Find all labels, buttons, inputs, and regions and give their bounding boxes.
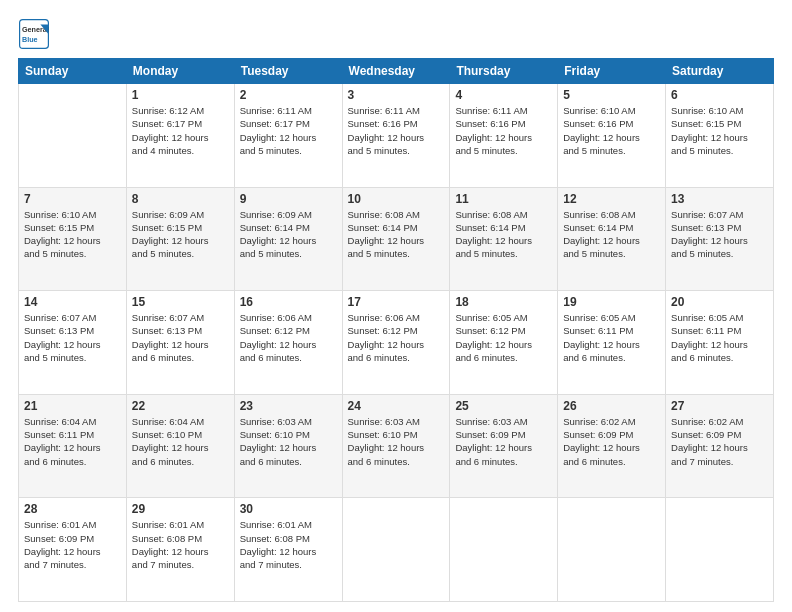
day-number: 22 [132, 399, 229, 413]
day-info: Sunrise: 6:12 AM Sunset: 6:17 PM Dayligh… [132, 104, 229, 157]
calendar-day-cell: 5Sunrise: 6:10 AM Sunset: 6:16 PM Daylig… [558, 84, 666, 188]
calendar-week-row: 14Sunrise: 6:07 AM Sunset: 6:13 PM Dayli… [19, 291, 774, 395]
day-info: Sunrise: 6:01 AM Sunset: 6:09 PM Dayligh… [24, 518, 121, 571]
day-number: 16 [240, 295, 337, 309]
day-number: 4 [455, 88, 552, 102]
calendar-week-row: 7Sunrise: 6:10 AM Sunset: 6:15 PM Daylig… [19, 187, 774, 291]
day-info: Sunrise: 6:01 AM Sunset: 6:08 PM Dayligh… [132, 518, 229, 571]
weekday-header: Friday [558, 59, 666, 84]
day-info: Sunrise: 6:11 AM Sunset: 6:17 PM Dayligh… [240, 104, 337, 157]
calendar-week-row: 1Sunrise: 6:12 AM Sunset: 6:17 PM Daylig… [19, 84, 774, 188]
day-info: Sunrise: 6:03 AM Sunset: 6:10 PM Dayligh… [240, 415, 337, 468]
calendar-day-cell: 20Sunrise: 6:05 AM Sunset: 6:11 PM Dayli… [666, 291, 774, 395]
calendar-day-cell: 17Sunrise: 6:06 AM Sunset: 6:12 PM Dayli… [342, 291, 450, 395]
day-number: 26 [563, 399, 660, 413]
day-number: 11 [455, 192, 552, 206]
day-number: 28 [24, 502, 121, 516]
calendar-day-cell: 11Sunrise: 6:08 AM Sunset: 6:14 PM Dayli… [450, 187, 558, 291]
calendar-header-row: SundayMondayTuesdayWednesdayThursdayFrid… [19, 59, 774, 84]
calendar-day-cell: 27Sunrise: 6:02 AM Sunset: 6:09 PM Dayli… [666, 394, 774, 498]
day-info: Sunrise: 6:03 AM Sunset: 6:09 PM Dayligh… [455, 415, 552, 468]
day-number: 24 [348, 399, 445, 413]
day-info: Sunrise: 6:09 AM Sunset: 6:15 PM Dayligh… [132, 208, 229, 261]
day-info: Sunrise: 6:03 AM Sunset: 6:10 PM Dayligh… [348, 415, 445, 468]
day-number: 13 [671, 192, 768, 206]
calendar-day-cell: 2Sunrise: 6:11 AM Sunset: 6:17 PM Daylig… [234, 84, 342, 188]
calendar-week-row: 21Sunrise: 6:04 AM Sunset: 6:11 PM Dayli… [19, 394, 774, 498]
calendar-day-cell: 15Sunrise: 6:07 AM Sunset: 6:13 PM Dayli… [126, 291, 234, 395]
calendar-day-cell [666, 498, 774, 602]
calendar-day-cell: 12Sunrise: 6:08 AM Sunset: 6:14 PM Dayli… [558, 187, 666, 291]
day-info: Sunrise: 6:07 AM Sunset: 6:13 PM Dayligh… [132, 311, 229, 364]
day-number: 27 [671, 399, 768, 413]
weekday-header: Tuesday [234, 59, 342, 84]
calendar-day-cell: 18Sunrise: 6:05 AM Sunset: 6:12 PM Dayli… [450, 291, 558, 395]
calendar-day-cell: 23Sunrise: 6:03 AM Sunset: 6:10 PM Dayli… [234, 394, 342, 498]
calendar-day-cell: 8Sunrise: 6:09 AM Sunset: 6:15 PM Daylig… [126, 187, 234, 291]
weekday-header: Monday [126, 59, 234, 84]
calendar-day-cell: 24Sunrise: 6:03 AM Sunset: 6:10 PM Dayli… [342, 394, 450, 498]
weekday-header: Sunday [19, 59, 127, 84]
day-info: Sunrise: 6:06 AM Sunset: 6:12 PM Dayligh… [348, 311, 445, 364]
day-number: 23 [240, 399, 337, 413]
calendar-day-cell: 13Sunrise: 6:07 AM Sunset: 6:13 PM Dayli… [666, 187, 774, 291]
day-info: Sunrise: 6:10 AM Sunset: 6:15 PM Dayligh… [24, 208, 121, 261]
calendar-day-cell: 25Sunrise: 6:03 AM Sunset: 6:09 PM Dayli… [450, 394, 558, 498]
day-number: 21 [24, 399, 121, 413]
calendar-day-cell: 1Sunrise: 6:12 AM Sunset: 6:17 PM Daylig… [126, 84, 234, 188]
day-number: 17 [348, 295, 445, 309]
day-number: 30 [240, 502, 337, 516]
day-info: Sunrise: 6:04 AM Sunset: 6:11 PM Dayligh… [24, 415, 121, 468]
day-number: 15 [132, 295, 229, 309]
calendar-day-cell: 10Sunrise: 6:08 AM Sunset: 6:14 PM Dayli… [342, 187, 450, 291]
calendar-day-cell: 7Sunrise: 6:10 AM Sunset: 6:15 PM Daylig… [19, 187, 127, 291]
day-info: Sunrise: 6:01 AM Sunset: 6:08 PM Dayligh… [240, 518, 337, 571]
calendar-day-cell [19, 84, 127, 188]
day-info: Sunrise: 6:04 AM Sunset: 6:10 PM Dayligh… [132, 415, 229, 468]
logo: General Blue [18, 18, 50, 50]
calendar-day-cell [450, 498, 558, 602]
calendar-day-cell: 4Sunrise: 6:11 AM Sunset: 6:16 PM Daylig… [450, 84, 558, 188]
day-number: 14 [24, 295, 121, 309]
day-number: 7 [24, 192, 121, 206]
weekday-header: Wednesday [342, 59, 450, 84]
day-number: 1 [132, 88, 229, 102]
day-number: 29 [132, 502, 229, 516]
calendar-day-cell: 30Sunrise: 6:01 AM Sunset: 6:08 PM Dayli… [234, 498, 342, 602]
day-info: Sunrise: 6:08 AM Sunset: 6:14 PM Dayligh… [348, 208, 445, 261]
day-info: Sunrise: 6:02 AM Sunset: 6:09 PM Dayligh… [671, 415, 768, 468]
day-info: Sunrise: 6:05 AM Sunset: 6:11 PM Dayligh… [563, 311, 660, 364]
day-number: 9 [240, 192, 337, 206]
calendar-day-cell: 19Sunrise: 6:05 AM Sunset: 6:11 PM Dayli… [558, 291, 666, 395]
calendar-day-cell [558, 498, 666, 602]
day-number: 19 [563, 295, 660, 309]
day-info: Sunrise: 6:06 AM Sunset: 6:12 PM Dayligh… [240, 311, 337, 364]
day-number: 8 [132, 192, 229, 206]
logo-icon: General Blue [18, 18, 50, 50]
calendar-week-row: 28Sunrise: 6:01 AM Sunset: 6:09 PM Dayli… [19, 498, 774, 602]
day-number: 20 [671, 295, 768, 309]
day-number: 6 [671, 88, 768, 102]
day-number: 18 [455, 295, 552, 309]
calendar-day-cell: 6Sunrise: 6:10 AM Sunset: 6:15 PM Daylig… [666, 84, 774, 188]
day-info: Sunrise: 6:08 AM Sunset: 6:14 PM Dayligh… [563, 208, 660, 261]
calendar-day-cell: 22Sunrise: 6:04 AM Sunset: 6:10 PM Dayli… [126, 394, 234, 498]
day-info: Sunrise: 6:11 AM Sunset: 6:16 PM Dayligh… [455, 104, 552, 157]
day-info: Sunrise: 6:05 AM Sunset: 6:11 PM Dayligh… [671, 311, 768, 364]
page-header: General Blue [18, 18, 774, 50]
day-number: 25 [455, 399, 552, 413]
day-info: Sunrise: 6:10 AM Sunset: 6:15 PM Dayligh… [671, 104, 768, 157]
day-info: Sunrise: 6:11 AM Sunset: 6:16 PM Dayligh… [348, 104, 445, 157]
day-info: Sunrise: 6:02 AM Sunset: 6:09 PM Dayligh… [563, 415, 660, 468]
svg-text:Blue: Blue [22, 35, 38, 44]
calendar-day-cell: 3Sunrise: 6:11 AM Sunset: 6:16 PM Daylig… [342, 84, 450, 188]
calendar-day-cell: 21Sunrise: 6:04 AM Sunset: 6:11 PM Dayli… [19, 394, 127, 498]
day-number: 12 [563, 192, 660, 206]
calendar-day-cell: 26Sunrise: 6:02 AM Sunset: 6:09 PM Dayli… [558, 394, 666, 498]
calendar-day-cell: 28Sunrise: 6:01 AM Sunset: 6:09 PM Dayli… [19, 498, 127, 602]
day-number: 10 [348, 192, 445, 206]
calendar-day-cell: 16Sunrise: 6:06 AM Sunset: 6:12 PM Dayli… [234, 291, 342, 395]
calendar-day-cell: 9Sunrise: 6:09 AM Sunset: 6:14 PM Daylig… [234, 187, 342, 291]
calendar-day-cell [342, 498, 450, 602]
day-number: 5 [563, 88, 660, 102]
